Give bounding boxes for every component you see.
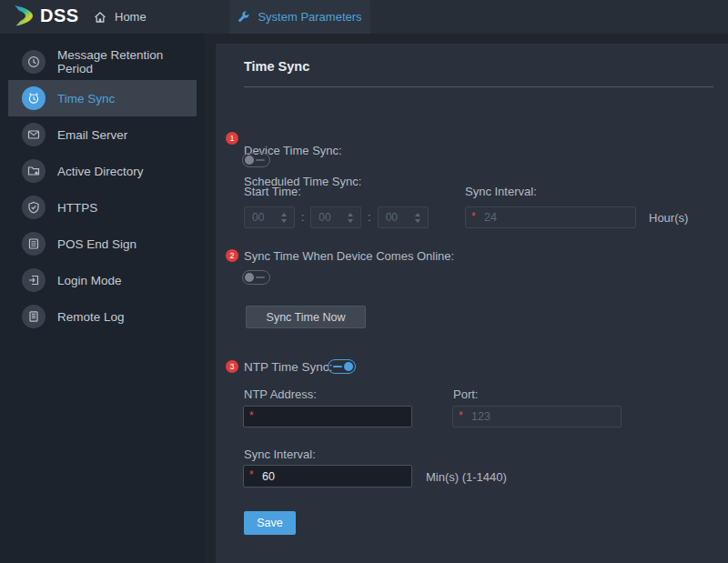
sidebar-item-active-directory[interactable]: Active Directory (8, 153, 197, 189)
spinner-down-icon[interactable] (281, 219, 287, 223)
device-sync-interval-field: * (465, 206, 636, 228)
ntp-address-field: * (243, 406, 412, 427)
minutes-value: 00 (318, 211, 330, 224)
port-field: * (452, 406, 622, 427)
seconds-value: 00 (386, 211, 398, 224)
toggle-knob (344, 362, 353, 371)
step-badge-3: 3 (226, 360, 238, 373)
document-icon (22, 305, 46, 328)
spinner-arrows[interactable] (415, 213, 420, 223)
tab-home-label: Home (115, 10, 147, 24)
minutes-spinner[interactable]: 00 (310, 206, 361, 228)
required-marker: * (249, 410, 254, 421)
port-label: Port: (453, 387, 478, 401)
dss-logo-icon (12, 5, 36, 27)
toggle-knob (245, 273, 254, 282)
home-icon (94, 11, 106, 24)
online-sync-label: Sync Time When Device Comes Online: (244, 249, 454, 263)
hours-spinner[interactable]: 00 (244, 206, 295, 228)
section-title: Time Sync (244, 59, 309, 74)
time-separator: : (301, 211, 304, 224)
sidebar-item-message-retention-period[interactable]: Message Retention Period (8, 44, 197, 80)
toggle-dash (256, 159, 265, 161)
dss-logo: DSS (12, 5, 79, 27)
shield-check-icon (22, 196, 46, 219)
required-marker: * (249, 469, 254, 480)
time-separator: : (368, 211, 370, 224)
sidebar-item-label: Message Retention Period (57, 48, 197, 75)
step-badge-2: 2 (226, 249, 238, 262)
spinner-arrows[interactable] (348, 213, 353, 223)
sidebar-item-label: Time Sync (57, 92, 115, 106)
required-marker: * (459, 410, 463, 421)
toggle-knob (245, 156, 254, 165)
ntp-sync-interval-unit: Min(s) (1-1440) (426, 470, 507, 484)
spinner-arrows[interactable] (281, 213, 287, 223)
sidebar-item-label: Active Directory (57, 165, 144, 178)
step-badge-1: 1 (226, 132, 238, 145)
device-sync-interval-input[interactable] (465, 206, 636, 228)
clock-icon (22, 50, 46, 74)
toggle-dash (256, 276, 265, 278)
spinner-down-icon[interactable] (348, 219, 353, 223)
spinner-up-icon[interactable] (415, 213, 420, 216)
tab-system-parameters-label: System Parameters (258, 10, 361, 24)
sidebar-item-label: HTTPS (57, 201, 97, 215)
wrench-icon (238, 11, 250, 24)
sidebar-item-https[interactable]: HTTPS (8, 189, 197, 226)
spinner-down-icon[interactable] (415, 219, 420, 223)
ntp-sync-interval-input[interactable] (243, 465, 412, 488)
sidebar-item-time-sync[interactable]: Time Sync (8, 80, 197, 116)
login-icon (22, 268, 46, 292)
tab-system-parameters[interactable]: System Parameters (229, 0, 370, 34)
ntp-address-label: NTP Address: (244, 387, 317, 401)
sidebar-item-login-mode[interactable]: Login Mode (8, 262, 197, 298)
ntp-address-input[interactable] (243, 406, 412, 427)
sidebar-item-remote-log[interactable]: Remote Log (8, 298, 197, 335)
envelope-icon (22, 123, 46, 146)
save-button[interactable]: Save (244, 511, 296, 535)
required-marker: * (471, 211, 476, 222)
sidebar-item-label: Remote Log (57, 310, 125, 324)
sidebar-item-pos-end-sign[interactable]: POS End Sign (8, 226, 197, 262)
start-time-spinners: 00 : 00 : 00 (244, 206, 429, 228)
sidebar-item-label: POS End Sign (57, 237, 136, 251)
toggle-dash (333, 366, 342, 367)
dss-system-parameters-page: { "topbar": { "logo_text": "DSS", "home_… (0, 0, 728, 563)
alarm-clock-icon (22, 86, 46, 110)
ntp-sync-interval-label: Sync Interval: (244, 447, 316, 461)
device-sync-interval-label: Sync Interval: (465, 185, 537, 198)
sidebar: Message Retention Period Time Sync Email… (0, 34, 205, 563)
logo-text: DSS (40, 5, 79, 26)
ntp-sync-interval-field: * (243, 465, 412, 488)
section-divider (244, 86, 713, 87)
time-sync-panel: Time Sync Device Time Sync: 1 Scheduled … (216, 44, 728, 563)
ntp-time-sync-label: NTP Time Sync: (244, 360, 332, 374)
folder-icon (22, 159, 46, 183)
topbar: DSS Home System Parameters (0, 0, 728, 34)
spinner-up-icon[interactable] (348, 213, 353, 216)
port-input[interactable] (452, 406, 622, 427)
device-sync-interval-unit: Hour(s) (649, 211, 688, 225)
sidebar-item-label: Email Server (57, 128, 127, 142)
tab-home[interactable]: Home (94, 0, 147, 34)
sidebar-item-email-server[interactable]: Email Server (8, 116, 197, 153)
online-sync-toggle[interactable] (242, 270, 270, 285)
spinner-up-icon[interactable] (281, 213, 287, 216)
ntp-time-sync-toggle[interactable] (328, 359, 356, 374)
start-time-label: Start Time: (244, 185, 301, 198)
receipt-icon (22, 232, 46, 256)
hours-value: 00 (252, 211, 264, 224)
sync-time-now-button[interactable]: Sync Time Now (246, 306, 366, 328)
scheduled-time-sync-toggle[interactable] (242, 153, 270, 167)
sidebar-item-label: Login Mode (57, 274, 122, 287)
seconds-spinner[interactable]: 00 (378, 206, 429, 228)
